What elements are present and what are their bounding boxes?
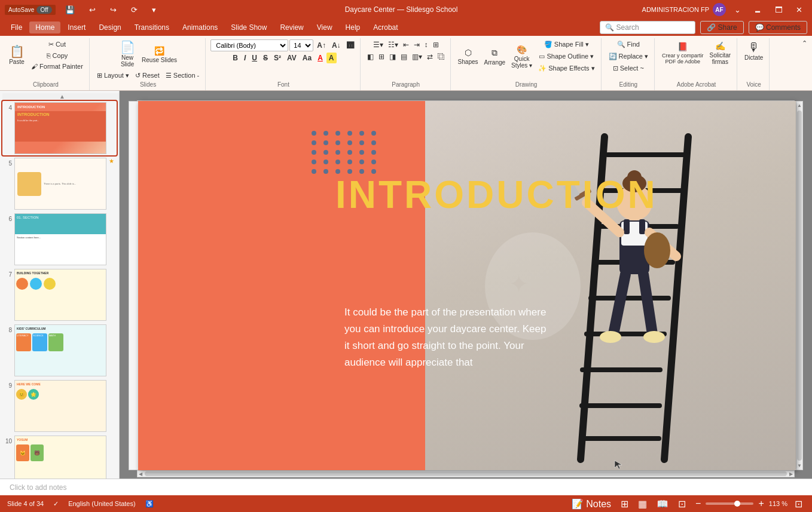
- copy-button[interactable]: ⎘ Copy: [29, 51, 86, 60]
- share-button[interactable]: 🔗 Share: [700, 21, 744, 34]
- customize-button[interactable]: ▾: [147, 4, 161, 16]
- slide-body-text[interactable]: It could be the part of the presentation…: [344, 304, 554, 371]
- menu-animations[interactable]: Animations: [176, 22, 224, 33]
- normal-view-button[interactable]: ⊞: [618, 497, 631, 511]
- menu-review[interactable]: Review: [274, 22, 309, 33]
- notes-toggle-button[interactable]: 📝 Notes: [569, 497, 613, 511]
- menu-view[interactable]: View: [311, 22, 338, 33]
- increase-indent-button[interactable]: ⇥: [412, 39, 422, 50]
- font-color-button[interactable]: A: [315, 53, 325, 63]
- horizontal-scrollbar[interactable]: ◀ ▶: [137, 470, 795, 477]
- quick-styles-button[interactable]: 🎨 QuickStyles ▾: [509, 43, 535, 70]
- slide-thumb-10[interactable]: 10 YOSUM 🐱 🐻: [2, 434, 117, 479]
- shape-fill-button[interactable]: 🪣 Shape Fill ▾: [536, 39, 597, 50]
- text-dir-button[interactable]: ⇄: [425, 51, 435, 62]
- align-center-button[interactable]: ⊞: [377, 51, 386, 62]
- bullets-button[interactable]: ☰▾: [371, 39, 385, 50]
- shapes-button[interactable]: ⬡ Shapes: [456, 46, 481, 67]
- font-name-select[interactable]: Calibri (Body): [210, 39, 288, 51]
- menu-acrobat[interactable]: Acrobat: [367, 22, 404, 33]
- menu-insert[interactable]: Insert: [62, 22, 91, 33]
- bold-button[interactable]: B: [230, 53, 240, 63]
- collapse-ribbon-button[interactable]: ⌃: [799, 38, 810, 48]
- ribbon-display-btn[interactable]: ⌄: [729, 4, 746, 16]
- shadow-button[interactable]: S²: [271, 53, 283, 63]
- paste-button[interactable]: 📋 Paste: [6, 44, 28, 67]
- slide-thumb-5[interactable]: 5 There is a parts. This slide is... ★: [2, 157, 117, 211]
- decrease-indent-button[interactable]: ⇤: [401, 39, 411, 50]
- menu-help[interactable]: Help: [340, 22, 367, 33]
- notes-bar[interactable]: Click to add notes: [0, 479, 812, 495]
- decrease-font-btn[interactable]: A↓: [329, 40, 343, 51]
- dictate-button[interactable]: 🎙 Dictate: [742, 39, 765, 63]
- line-spacing-button[interactable]: ↕: [423, 39, 430, 50]
- maximize-button[interactable]: 🗖: [770, 4, 787, 16]
- underline-button[interactable]: U: [249, 53, 260, 63]
- slide-thumb-8[interactable]: 8 KIDS' CURRICULUM LITERACY SCIENCE MATH: [2, 323, 117, 378]
- create-share-pdf-button[interactable]: 📕 Crear y compartirPDF de Adobe: [660, 40, 706, 66]
- clear-format-btn[interactable]: 🅰: [344, 40, 356, 51]
- smart-art-button[interactable]: ⿻: [436, 51, 447, 62]
- menu-slideshow[interactable]: Slide Show: [225, 22, 273, 33]
- request-signatures-button[interactable]: ✍ Solicitarfirmas: [707, 39, 734, 67]
- slide-sorter-button[interactable]: ▦: [636, 497, 649, 511]
- scroll-left[interactable]: ◀: [138, 471, 144, 477]
- increase-font-btn[interactable]: A↑: [315, 40, 328, 51]
- scroll-up-arrow[interactable]: ▲: [2, 93, 120, 100]
- slide-canvas[interactable]: ✦ INTRODUCTION It could be the part of t: [138, 101, 796, 470]
- section-button[interactable]: ☰ Section -: [163, 70, 202, 81]
- replace-button[interactable]: 🔄 Replace ▾: [606, 51, 651, 62]
- columns-button[interactable]: ▥▾: [410, 51, 424, 62]
- user-avatar[interactable]: AF: [713, 3, 726, 16]
- fit-slide-button[interactable]: ⊡: [792, 497, 805, 511]
- slide-thumb-6[interactable]: 6 01. SECTION Section content here...: [2, 212, 117, 266]
- minimize-button[interactable]: 🗕: [749, 4, 767, 16]
- replay-button[interactable]: ⟳: [126, 4, 142, 16]
- menu-file[interactable]: File: [5, 22, 28, 33]
- scroll-down[interactable]: ▼: [797, 462, 802, 470]
- autosave-badge[interactable]: AutoSave Off: [5, 5, 56, 15]
- strikethrough-button[interactable]: S: [261, 53, 270, 63]
- slide-thumb-4[interactable]: 4 INTRODUCTION INTRODUCTION It could be …: [2, 101, 117, 155]
- scroll-up[interactable]: ▲: [797, 102, 802, 109]
- format-painter-button[interactable]: 🖌 Format Painter: [29, 62, 86, 71]
- reading-view-button[interactable]: 📖: [654, 497, 671, 511]
- slide-intro-title[interactable]: INTRODUCTION: [335, 173, 658, 217]
- shape-outline-button[interactable]: ▭ Shape Outline ▾: [536, 51, 597, 62]
- reuse-slides-button[interactable]: 🔁 Reuse Slides: [139, 44, 179, 65]
- scroll-right[interactable]: ▶: [788, 471, 794, 477]
- new-slide-button[interactable]: 📄 NewSlide: [117, 39, 138, 69]
- font-size-select[interactable]: 14: [289, 39, 313, 51]
- autosave-state[interactable]: Off: [36, 6, 51, 14]
- numbered-button[interactable]: ☷▾: [386, 39, 400, 50]
- zoom-minus-button[interactable]: −: [693, 497, 703, 510]
- add-remove-col-button[interactable]: ⊞: [431, 39, 441, 50]
- arrange-button[interactable]: ⧉ Arrange: [482, 46, 508, 68]
- find-button[interactable]: 🔍 Find: [606, 39, 651, 50]
- search-box[interactable]: 🔍 Search: [600, 21, 695, 34]
- menu-home[interactable]: Home: [29, 22, 60, 33]
- presenter-view-button[interactable]: ⊡: [676, 497, 688, 511]
- comments-button[interactable]: 💬 Comments: [749, 21, 807, 34]
- align-left-button[interactable]: ◧: [365, 51, 376, 62]
- align-right-button[interactable]: ◨: [387, 51, 398, 62]
- menu-design[interactable]: Design: [93, 22, 127, 33]
- italic-button[interactable]: I: [242, 53, 248, 63]
- zoom-slider[interactable]: [706, 502, 753, 505]
- slide-thumb-7[interactable]: 7 BUILDING TOGETHER: [2, 268, 117, 322]
- select-button[interactable]: ⊡ Select ~: [606, 63, 651, 73]
- reset-button[interactable]: ↺ Reset: [133, 70, 162, 81]
- menu-transitions[interactable]: Transitions: [129, 22, 175, 33]
- redo-button[interactable]: ↪: [105, 4, 121, 16]
- save-button[interactable]: 💾: [60, 4, 80, 16]
- change-case-button[interactable]: Aa: [300, 53, 314, 63]
- zoom-plus-button[interactable]: +: [756, 497, 766, 510]
- char-spacing-button[interactable]: AV: [285, 53, 299, 63]
- vertical-scrollbar[interactable]: ▲ ▼: [796, 101, 803, 470]
- close-button[interactable]: ✕: [791, 4, 807, 16]
- undo-button[interactable]: ↩: [84, 4, 100, 16]
- layout-button[interactable]: ⊞ Layout ▾: [94, 70, 132, 81]
- cut-button[interactable]: ✂ Cut: [29, 39, 86, 50]
- justify-button[interactable]: ▤: [399, 51, 409, 62]
- highlight-button[interactable]: A: [326, 53, 337, 63]
